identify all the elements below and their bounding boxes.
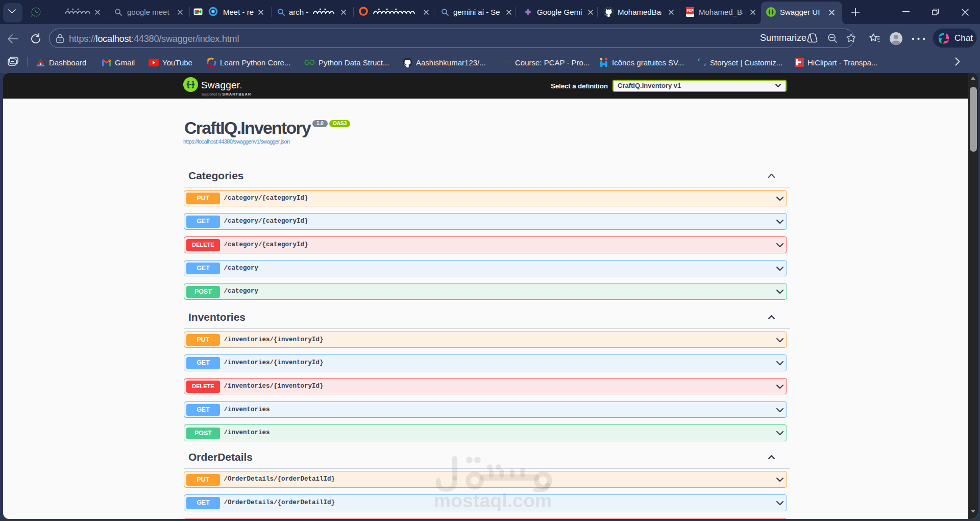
svg-text:PDF: PDF (687, 9, 694, 12)
svg-text:S: S (700, 59, 704, 67)
svg-text:cisco: cisco (502, 64, 510, 67)
svg-text:mostaql.com: mostaql.com (434, 490, 552, 511)
